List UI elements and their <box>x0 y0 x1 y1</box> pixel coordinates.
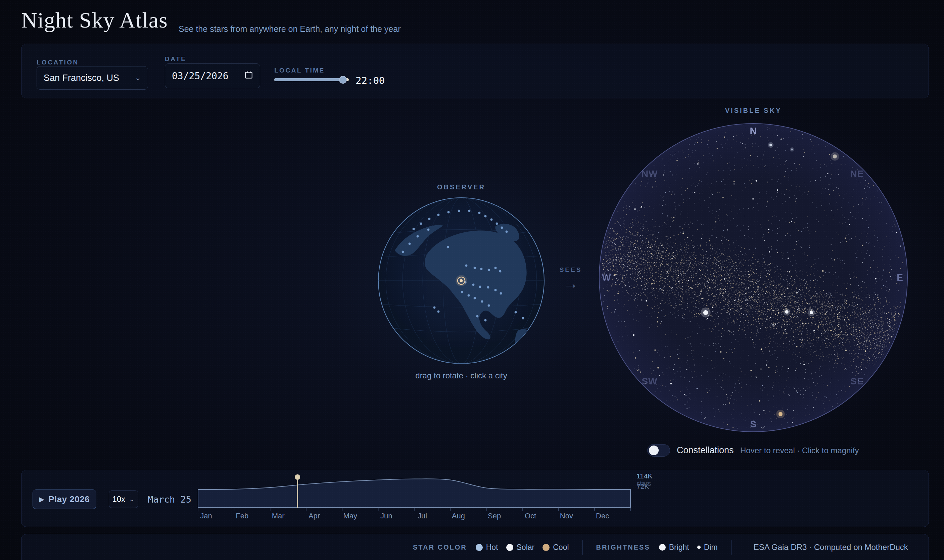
month-label-dec: Dec <box>596 512 609 520</box>
city-dot[interactable] <box>478 212 481 214</box>
city-dot[interactable] <box>477 315 479 318</box>
constellations-hint: Hover to reveal · Click to magnify <box>740 446 859 455</box>
city-dot[interactable] <box>488 269 490 271</box>
city-dot[interactable] <box>472 284 475 286</box>
city-dot[interactable] <box>484 319 487 322</box>
city-dot[interactable] <box>420 223 422 225</box>
legend-dot <box>659 544 666 551</box>
date-label: DATE <box>165 55 186 63</box>
city-dot[interactable] <box>487 286 489 289</box>
star-color-item-solar: Solar <box>506 543 535 552</box>
city-dot[interactable] <box>409 243 411 245</box>
visible-sky-label: VISIBLE SKY <box>703 107 804 114</box>
legend-dot <box>476 544 483 551</box>
chart-current-label: 72K <box>637 482 649 491</box>
brightness-item-dim: Dim <box>697 543 718 552</box>
month-label-apr: Apr <box>309 512 320 520</box>
city-dot[interactable] <box>437 311 440 313</box>
city-dot[interactable] <box>447 246 449 248</box>
play-button-label: Play 2026 <box>48 494 90 505</box>
month-label-aug: Aug <box>452 512 465 520</box>
legend-dot <box>697 546 701 549</box>
legend-text: Dim <box>704 543 718 552</box>
city-dot[interactable] <box>468 210 470 212</box>
constellations-toggle-knob[interactable] <box>649 446 659 455</box>
city-dot[interactable] <box>467 294 470 297</box>
divider <box>583 540 583 555</box>
speed-select[interactable]: 10x ⌄ <box>109 491 138 508</box>
city-dot[interactable] <box>474 297 476 300</box>
city-dot[interactable] <box>481 300 483 303</box>
star-color-label: STAR COLOR <box>413 543 467 551</box>
city-dot[interactable] <box>447 211 450 214</box>
calendar-icon[interactable] <box>244 71 253 82</box>
controls-panel: LOCATION San Francisco, US ⌄ DATE 03/25/… <box>21 44 929 98</box>
chart-max-label: 114K <box>637 472 653 480</box>
star-color-item-cool: Cool <box>543 543 569 552</box>
city-dot[interactable] <box>490 218 493 221</box>
city-dot[interactable] <box>500 292 502 295</box>
city-dot[interactable] <box>527 340 529 342</box>
month-label-oct: Oct <box>525 512 536 520</box>
play-icon: ▶ <box>39 495 44 503</box>
city-dot[interactable] <box>474 267 476 269</box>
star-field[interactable] <box>599 123 908 432</box>
time-slider-fill <box>274 78 343 81</box>
legend-dot <box>506 544 513 551</box>
chevron-down-icon: ⌄ <box>135 75 141 82</box>
city-dot[interactable] <box>458 210 460 212</box>
city-dot[interactable] <box>515 311 517 314</box>
chart-area[interactable] <box>198 479 630 508</box>
constellations-toggle[interactable] <box>647 444 670 457</box>
time-slider[interactable] <box>274 78 349 81</box>
city-dot[interactable] <box>522 317 524 320</box>
month-label-jul: Jul <box>418 512 427 520</box>
star-color-legend: HotSolarCool <box>476 543 569 552</box>
arrow-right-icon: → <box>550 275 591 291</box>
legend-text: Hot <box>486 543 498 552</box>
month-label-jun: Jun <box>380 512 392 520</box>
city-dot[interactable] <box>480 268 483 270</box>
city-dot[interactable] <box>428 218 431 220</box>
city-dot[interactable] <box>413 228 415 230</box>
city-dot[interactable] <box>417 235 419 238</box>
city-dot[interactable] <box>427 229 430 231</box>
city-dot[interactable] <box>402 251 404 253</box>
city-dot[interactable] <box>488 305 490 307</box>
year-chart[interactable] <box>197 474 631 513</box>
star-color-item-hot: Hot <box>476 543 498 552</box>
date-input[interactable]: 03/25/2026 <box>165 63 260 88</box>
city-dot[interactable] <box>499 270 501 272</box>
month-label-sep: Sep <box>488 512 501 520</box>
city-dot[interactable] <box>495 267 497 269</box>
page-subtitle: See the stars from anywhere on Earth, an… <box>178 24 400 34</box>
location-value: San Francisco, US <box>44 73 119 83</box>
footer-legend: STAR COLOR HotSolarCool BRIGHTNESS Brigh… <box>413 540 908 555</box>
time-value: 22:00 <box>355 75 385 86</box>
data-credit: ESA Gaia DR3 · Computed on MotherDuck <box>754 543 908 552</box>
city-dot[interactable] <box>501 227 503 229</box>
brightness-item-bright: Bright <box>659 543 689 552</box>
location-label: LOCATION <box>37 59 79 66</box>
brightness-label: BRIGHTNESS <box>596 543 650 551</box>
divider <box>731 540 732 555</box>
city-dot[interactable] <box>506 231 508 233</box>
city-dot[interactable] <box>437 214 440 216</box>
city-dot[interactable] <box>479 286 481 288</box>
city-dot[interactable] <box>529 346 532 348</box>
playhead-knob[interactable] <box>295 474 300 480</box>
time-slider-thumb[interactable] <box>339 76 347 84</box>
city-dot[interactable] <box>461 291 463 294</box>
city-dot[interactable] <box>484 215 487 218</box>
legend-dot <box>543 544 550 551</box>
city-dot[interactable] <box>434 306 436 309</box>
legend-text: Bright <box>669 543 689 552</box>
observer-globe[interactable] <box>377 197 545 365</box>
play-year-button[interactable]: ▶ Play 2026 <box>32 489 96 509</box>
city-dot[interactable] <box>495 289 497 291</box>
city-dot[interactable] <box>465 265 467 267</box>
globe-hint: drag to rotate · click a city <box>394 371 528 380</box>
city-dot[interactable] <box>496 223 498 225</box>
location-select[interactable]: San Francisco, US ⌄ <box>37 66 148 90</box>
sees-connector: SEES → <box>550 266 591 291</box>
